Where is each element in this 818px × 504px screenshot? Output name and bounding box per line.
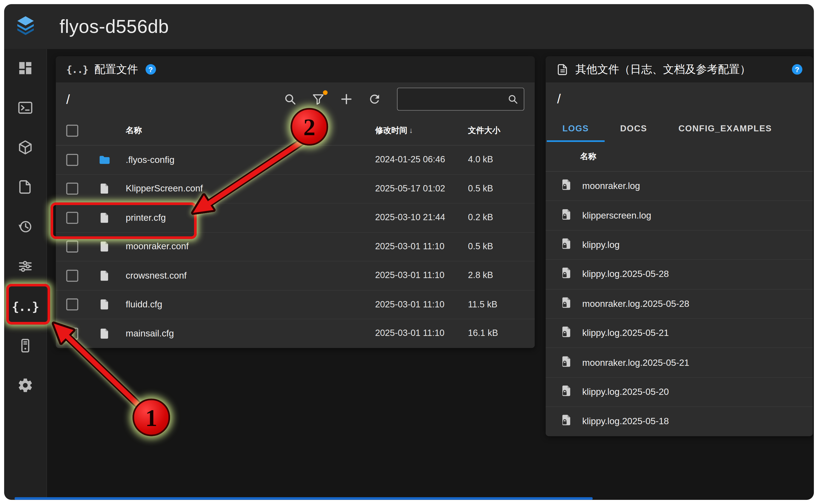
tab-logs[interactable]: LOGS	[547, 115, 605, 142]
config-toolbar: /	[56, 83, 535, 116]
file-name: mainsail.cfg	[126, 328, 375, 339]
current-path: /	[66, 92, 270, 107]
page-title: flyos-d556db	[60, 16, 169, 38]
other-panel-header: 其他文件（日志、文档及参考配置） ?	[546, 56, 813, 82]
console-icon	[17, 99, 33, 118]
log-file-name: klippy.log.2025-05-18	[582, 416, 669, 427]
help-icon[interactable]: ?	[145, 64, 156, 75]
list-item[interactable]: moonraker.log.2025-05-28	[546, 289, 813, 318]
column-header-modified[interactable]: 修改时间↓	[375, 125, 468, 136]
sidebar-item-configuration[interactable]: {..}	[4, 287, 46, 327]
column-header-name[interactable]: 名称	[126, 125, 375, 136]
sidebar-item-console[interactable]	[4, 89, 46, 128]
list-item[interactable]: klippy.log.2025-05-20	[546, 377, 813, 406]
list-item[interactable]: klippy.log.2025-05-18	[546, 406, 813, 436]
select-all-checkbox[interactable]	[66, 124, 78, 137]
sidebar-item-tune[interactable]	[4, 247, 46, 287]
filter-button[interactable]	[310, 91, 326, 107]
sidebar-item-history[interactable]	[4, 208, 46, 247]
file-icon	[98, 327, 126, 339]
app-logo[interactable]	[4, 15, 47, 39]
config-braces-icon: {..}	[66, 64, 88, 75]
filter-active-dot	[323, 90, 327, 95]
plus-icon	[339, 92, 353, 106]
app-window: flyos-d556db	[4, 4, 814, 500]
sidebar-item-settings[interactable]	[4, 366, 46, 406]
config-panel-title: 配置文件	[94, 62, 138, 77]
tab-config-examples[interactable]: CONFIG_EXAMPLES	[663, 115, 788, 142]
list-item[interactable]: klippy.log	[546, 230, 813, 259]
log-file-name: moonraker.log.2025-05-28	[582, 298, 689, 309]
log-file-name: klippy.log.2025-05-28	[582, 269, 669, 280]
file-name: moonraker.conf	[126, 241, 375, 252]
file-name: printer.cfg	[126, 212, 375, 223]
modified-cell: 2025-03-01 11:10	[375, 299, 468, 310]
log-file-name: klippy.log	[582, 239, 619, 250]
table-row[interactable]: KlipperScreen.conf 2025-05-17 01:02 0.5 …	[56, 174, 535, 203]
row-checkbox[interactable]	[66, 327, 78, 339]
locked-file-icon	[561, 326, 573, 341]
file-icon	[98, 241, 126, 253]
log-file-name: moonraker.log.2025-05-21	[582, 357, 689, 368]
tab-docs[interactable]: DOCS	[605, 115, 663, 142]
list-item[interactable]: klippy.log.2025-05-28	[546, 259, 813, 289]
gear-icon	[17, 377, 33, 395]
file-search-input[interactable]	[403, 94, 507, 105]
log-file-name: klipperscreen.log	[582, 210, 651, 221]
search-icon	[283, 92, 297, 106]
row-checkbox[interactable]	[66, 241, 78, 253]
row-checkbox[interactable]	[66, 212, 78, 224]
sidebar-item-machine[interactable]	[4, 327, 46, 366]
column-header-size[interactable]: 文件大小	[468, 125, 524, 136]
machine-tower-icon	[17, 337, 33, 356]
size-cell: 16.1 kB	[468, 328, 524, 339]
file-icon	[98, 212, 126, 224]
modified-cell: 2025-03-01 11:10	[375, 328, 468, 339]
other-column-header-name[interactable]: 名称	[546, 142, 813, 172]
sidebar-item-jobs[interactable]	[4, 168, 46, 208]
log-file-name: moonraker.log	[582, 181, 640, 192]
modified-cell: 2025-03-01 11:10	[375, 270, 468, 281]
file-document-icon	[17, 179, 33, 197]
row-checkbox[interactable]	[66, 270, 78, 282]
list-item[interactable]: moonraker.log	[546, 172, 813, 200]
table-row[interactable]: moonraker.conf 2025-03-01 11:10 0.5 kB	[56, 232, 535, 261]
sidebar-item-dashboard[interactable]	[4, 49, 46, 89]
row-checkbox[interactable]	[66, 299, 78, 311]
table-row[interactable]: mainsail.cfg 2025-03-01 11:10 16.1 kB	[56, 319, 535, 348]
table-row[interactable]: .flyos-config 2024-01-25 06:46 4.0 kB	[56, 146, 535, 174]
file-icon	[98, 299, 126, 311]
app-header: flyos-d556db	[4, 4, 814, 49]
other-panel-title: 其他文件（日志、文档及参考配置）	[576, 62, 751, 77]
row-checkbox[interactable]	[66, 183, 78, 195]
locked-file-icon	[561, 237, 573, 253]
add-file-button[interactable]	[338, 91, 354, 107]
sidebar: {..}	[4, 49, 47, 500]
other-files-panel: 其他文件（日志、文档及参考配置） ? / LOGS DOCS CONFIG_EX…	[546, 56, 813, 436]
modified-cell: 2024-01-25 06:46	[375, 155, 468, 165]
file-name: fluidd.cfg	[126, 299, 375, 310]
locked-file-icon	[561, 414, 573, 429]
list-item[interactable]: klipperscreen.log	[546, 200, 813, 230]
file-icon	[98, 183, 126, 195]
config-braces-icon: {..}	[12, 300, 39, 313]
bottom-progress-strip	[15, 497, 593, 500]
modified-cell: 2025-03-01 11:10	[375, 241, 468, 252]
sidebar-item-gcode-preview[interactable]	[4, 128, 46, 168]
sort-desc-icon: ↓	[409, 126, 413, 134]
search-button[interactable]	[282, 91, 298, 107]
list-item[interactable]: moonraker.log.2025-05-21	[546, 348, 813, 377]
file-name: crowsnest.conf	[126, 270, 375, 281]
list-item[interactable]: klippy.log.2025-05-21	[546, 318, 813, 348]
row-checkbox[interactable]	[66, 154, 78, 166]
table-row[interactable]: fluidd.cfg 2025-03-01 11:10 11.5 kB	[56, 290, 535, 319]
table-row[interactable]: crowsnest.conf 2025-03-01 11:10 2.8 kB	[56, 261, 535, 290]
table-row[interactable]: printer.cfg 2025-03-10 21:44 0.2 kB	[56, 203, 535, 232]
refresh-button[interactable]	[367, 91, 382, 107]
folder-icon	[98, 154, 126, 166]
help-icon[interactable]: ?	[792, 64, 802, 75]
size-cell: 0.2 kB	[468, 213, 524, 223]
size-cell: 2.8 kB	[468, 270, 524, 281]
locked-file-icon	[561, 208, 573, 223]
history-icon	[17, 218, 33, 237]
